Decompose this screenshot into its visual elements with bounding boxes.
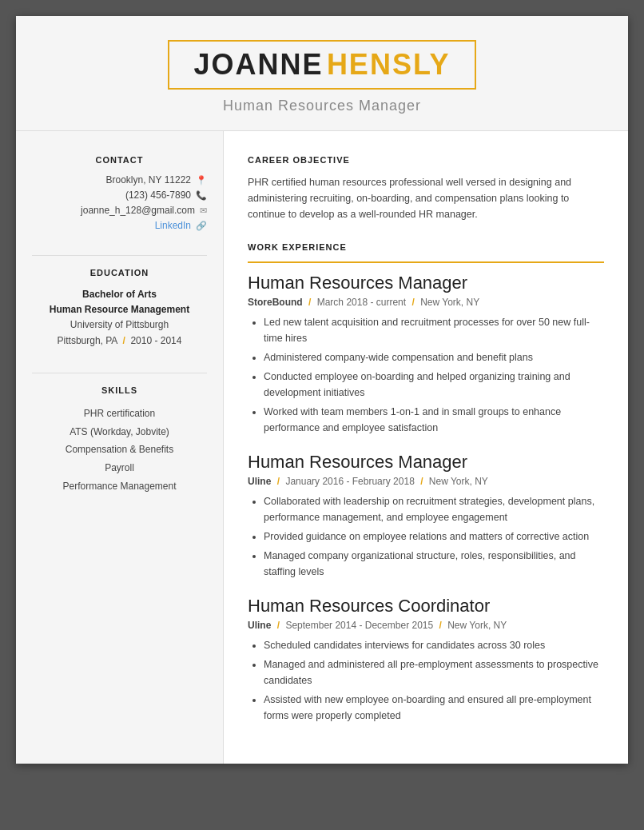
bullet-item: Managed company organizational structure…	[264, 548, 604, 580]
bullet-item: Conducted employee on-boarding and helpe…	[264, 369, 604, 401]
education-title: EDUCATION	[32, 268, 207, 277]
linkedin-icon: 🔗	[196, 221, 207, 231]
bullet-item: Led new talent acquisition and recruitme…	[264, 314, 604, 346]
work-experience-title: WORK EXPERIENCE	[248, 242, 604, 255]
location-icon: 📍	[196, 175, 207, 186]
job-bullets-1: Collaborated with leadership on recruitm…	[248, 493, 604, 580]
work-divider	[248, 261, 604, 263]
skills-section: SKILLS PHR certificationATS (Workday, Jo…	[32, 385, 207, 496]
skill-item: PHR certification	[32, 405, 207, 423]
bullet-item: Managed and administered all pre-employm…	[264, 656, 604, 688]
email-icon: ✉	[200, 206, 207, 216]
career-objective-title: CAREER OBJECTIVE	[248, 155, 604, 168]
edu-years: Pittsburgh, PA / 2010 - 2014	[32, 333, 207, 349]
skill-item: Payroll	[32, 459, 207, 477]
bullet-item: Provided guidance on employee relations …	[264, 529, 604, 545]
header: JOANNE HENSLY Human Resources Manager	[16, 16, 628, 131]
job-subtitle: Human Resources Manager	[32, 98, 612, 114]
bullet-item: Assisted with new employee on-boarding a…	[264, 692, 604, 724]
sidebar-divider-2	[32, 373, 207, 373]
address-item: Brooklyn, NY 11222 📍	[32, 174, 207, 186]
bullet-item: Scheduled candidates interviews for cand…	[264, 637, 604, 653]
body-row: CONTACT Brooklyn, NY 11222 📍 (123) 456-7…	[16, 131, 628, 764]
contact-section: CONTACT Brooklyn, NY 11222 📍 (123) 456-7…	[32, 155, 207, 231]
address-text: Brooklyn, NY 11222	[105, 174, 191, 186]
sidebar-divider-1	[32, 255, 207, 256]
bullet-item: Collaborated with leadership on recruitm…	[264, 493, 604, 525]
degree: Bachelor of Arts	[32, 287, 207, 302]
job-meta-1: Uline / January 2016 - February 2018 / N…	[248, 476, 604, 487]
phone-item: (123) 456-7890 📞	[32, 190, 207, 201]
phone-icon: 📞	[196, 190, 207, 201]
skills-title: SKILLS	[32, 385, 207, 395]
career-objective-section: CAREER OBJECTIVE PHR certified human res…	[248, 155, 604, 222]
contact-title: CONTACT	[32, 155, 207, 165]
job-meta-0: StoreBound / March 2018 - current / New …	[248, 297, 604, 308]
first-name: JOANNE	[193, 48, 323, 81]
jobs-container: Human Resources Manager StoreBound / Mar…	[248, 273, 604, 724]
sidebar: CONTACT Brooklyn, NY 11222 📍 (123) 456-7…	[16, 131, 224, 764]
main-content: CAREER OBJECTIVE PHR certified human res…	[224, 131, 628, 764]
university: University of Pittsburgh	[32, 317, 207, 333]
phone-text: (123) 456-7890	[125, 190, 191, 201]
job-bullets-2: Scheduled candidates interviews for cand…	[248, 637, 604, 724]
job-block: Human Resources Coordinator Uline / Sept…	[248, 596, 604, 724]
email-item: joanne_h_128@gmail.com ✉	[32, 205, 207, 216]
job-block: Human Resources Manager Uline / January …	[248, 452, 604, 580]
bullet-item: Worked with team members 1-on-1 and in s…	[264, 404, 604, 436]
major: Human Resource Management	[32, 302, 207, 317]
last-name: HENSLY	[327, 48, 451, 81]
email-text: joanne_h_128@gmail.com	[81, 205, 195, 216]
job-block: Human Resources Manager StoreBound / Mar…	[248, 273, 604, 436]
skill-item: Performance Management	[32, 477, 207, 496]
work-experience-section: WORK EXPERIENCE Human Resources Manager …	[248, 242, 604, 724]
education-section: EDUCATION Bachelor of Arts Human Resourc…	[32, 268, 207, 349]
skill-item: ATS (Workday, Jobvite)	[32, 423, 207, 441]
bullet-item: Administered company-wide compensation a…	[264, 349, 604, 365]
skill-item: Compensation & Benefits	[32, 441, 207, 459]
job-bullets-0: Led new talent acquisition and recruitme…	[248, 314, 604, 436]
job-title-2: Human Resources Coordinator	[248, 596, 604, 617]
linkedin-item[interactable]: LinkedIn 🔗	[32, 220, 207, 231]
skills-list: PHR certificationATS (Workday, Jobvite)C…	[32, 405, 207, 496]
name-box: JOANNE HENSLY	[168, 40, 475, 90]
linkedin-label[interactable]: LinkedIn	[155, 220, 191, 231]
job-title-0: Human Resources Manager	[248, 273, 604, 293]
job-meta-2: Uline / September 2014 - December 2015 /…	[248, 620, 604, 631]
job-title-1: Human Resources Manager	[248, 452, 604, 473]
resume-document: JOANNE HENSLY Human Resources Manager CO…	[16, 16, 628, 764]
education-block: Bachelor of Arts Human Resource Manageme…	[32, 287, 207, 349]
career-objective-text: PHR certified human resources profession…	[248, 174, 604, 222]
